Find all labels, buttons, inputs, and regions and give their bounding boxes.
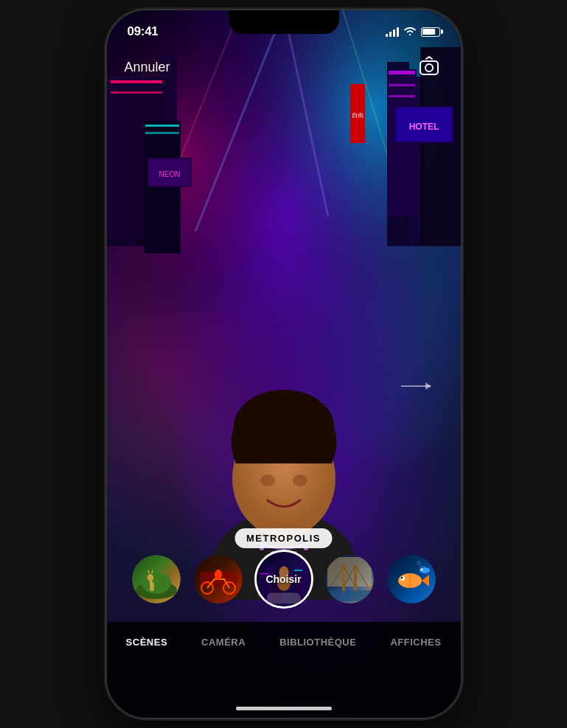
cancel-button[interactable]: Annuler (125, 60, 170, 75)
scene-thumb-bike[interactable] (192, 553, 244, 605)
signal-bar-3 (393, 29, 395, 37)
top-controls: Annuler (107, 47, 461, 87)
svg-point-37 (293, 475, 307, 486)
svg-point-76 (400, 577, 403, 579)
tab-posters[interactable]: AFFICHES (384, 634, 447, 651)
phone-container: HOTEL NEON 自由 (0, 0, 567, 728)
tab-library[interactable]: BIBLIOTHÈQUE (274, 634, 362, 651)
signal-bar-4 (397, 27, 399, 37)
svg-point-53 (215, 570, 222, 580)
tab-camera[interactable]: CAMÉRA (195, 634, 251, 651)
wifi-icon (403, 26, 417, 38)
svg-rect-26 (145, 132, 179, 134)
svg-rect-20 (111, 91, 162, 94)
svg-point-47 (142, 572, 171, 594)
scene-choose-label: Choisir (257, 552, 311, 606)
scene-row: Choisir (107, 550, 461, 609)
svg-rect-65 (342, 564, 345, 594)
screen: HOTEL NEON 自由 (107, 10, 461, 718)
svg-point-73 (417, 561, 420, 564)
phone-frame: HOTEL NEON 自由 (107, 10, 461, 718)
svg-point-48 (147, 574, 153, 581)
scene-thumb-metropolis[interactable]: Choisir (254, 550, 313, 609)
status-bar: 09:41 (107, 10, 461, 47)
flip-camera-button[interactable] (415, 53, 443, 81)
svg-point-36 (260, 475, 275, 486)
scene-thumb-bridge[interactable] (324, 553, 375, 605)
svg-rect-43 (420, 61, 438, 74)
svg-rect-25 (145, 125, 179, 127)
scene-label: METROPOLIS (234, 528, 333, 548)
scene-thumb-nature[interactable] (131, 553, 182, 605)
svg-text:NEON: NEON (159, 170, 180, 178)
svg-rect-17 (389, 95, 415, 97)
svg-point-79 (420, 569, 422, 571)
svg-text:HOTEL: HOTEL (408, 122, 439, 132)
home-indicator (236, 707, 332, 710)
bottom-bar: SCÈNES CAMÉRA BIBLIOTHÈQUE AFFICHES (107, 622, 461, 718)
svg-rect-66 (354, 564, 357, 594)
status-icons (386, 26, 440, 38)
status-time: 09:41 (128, 24, 159, 39)
tab-scenes[interactable]: SCÈNES (120, 634, 173, 651)
battery-icon (421, 27, 440, 37)
signal-bar-1 (386, 34, 388, 37)
svg-rect-71 (327, 590, 372, 601)
svg-point-44 (425, 64, 433, 71)
signal-strength-icon (386, 27, 399, 37)
tab-row: SCÈNES CAMÉRA BIBLIOTHÈQUE AFFICHES (107, 622, 461, 651)
signal-bar-2 (389, 32, 392, 37)
scene-thumb-fish[interactable] (386, 553, 437, 605)
svg-text:自由: 自由 (352, 112, 363, 119)
